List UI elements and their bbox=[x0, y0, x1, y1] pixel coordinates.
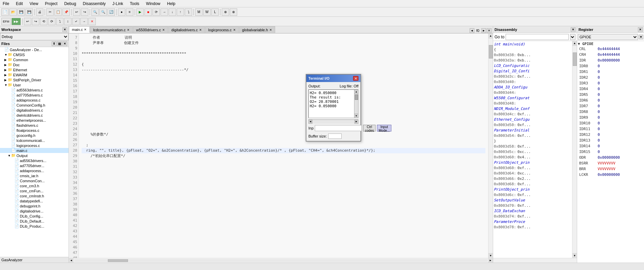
disasm-goto-select[interactable] bbox=[570, 34, 575, 40]
tree-item-flashdrivers[interactable]: 📄flashdrivers.c bbox=[0, 123, 69, 128]
dialog-output-area[interactable]: H2= 0.050000The result is:O2= 20.870001H… bbox=[308, 89, 358, 118]
menu-window[interactable]: Window bbox=[145, 1, 162, 7]
hscroll-right-btn[interactable]: ► bbox=[354, 120, 358, 124]
cut-btn[interactable]: ✂ bbox=[46, 8, 54, 16]
mem-btn[interactable]: M bbox=[195, 8, 203, 16]
step-over-btn[interactable]: → bbox=[161, 8, 168, 16]
menu-tools[interactable]: Tools bbox=[129, 1, 141, 7]
terminal-scroll-up[interactable]: ▲ bbox=[354, 90, 358, 94]
stop-debug-btn[interactable]: ✕ bbox=[88, 18, 96, 25]
menu-edit[interactable]: Edit bbox=[14, 1, 24, 7]
tree-item-user[interactable]: ▼📁User bbox=[0, 82, 69, 87]
reg-group-header-GPIOE[interactable]: ▼ GPIOE bbox=[578, 42, 643, 46]
next-stmt-btn[interactable]: ⤵ bbox=[185, 8, 192, 16]
menu-disassembly[interactable]: Disassembly bbox=[82, 1, 107, 7]
vscroll-up-btn[interactable]: ▲ bbox=[488, 34, 493, 38]
files-close-btn[interactable]: ✕ bbox=[62, 41, 67, 46]
tree-item-addao[interactable]: 📄addaprocess... bbox=[0, 168, 69, 173]
debug2-btn5[interactable]: ⤵ bbox=[56, 18, 63, 25]
debug-dropdown[interactable]: Debug bbox=[0, 33, 69, 40]
vscroll-down-btn[interactable]: ▼ bbox=[488, 253, 493, 258]
disasm-vscroll-up[interactable]: ▲ bbox=[572, 41, 577, 46]
input-mode-btn[interactable]: Input Mode... bbox=[377, 125, 391, 131]
tab-scroll-right[interactable]: ► bbox=[481, 28, 486, 33]
vscroll-thumb[interactable] bbox=[489, 45, 493, 59]
tree-item-corecm3h[interactable]: 📄core_cm3.h bbox=[0, 183, 69, 188]
tree-item-dwinlcd[interactable]: 📄dwinlcddrivers.c bbox=[0, 113, 69, 118]
disasm-vscroll-track[interactable] bbox=[572, 46, 577, 253]
debug2-btn2[interactable]: ↪ bbox=[32, 18, 39, 25]
disasm-hscroll[interactable] bbox=[493, 258, 577, 263]
files-filter-btn[interactable]: ▤ bbox=[57, 41, 62, 46]
tree-item-lcdcommuni[interactable]: 📄lcdcommunicati... bbox=[0, 138, 69, 143]
vscrollbar[interactable]: ▲ ▼ bbox=[488, 34, 493, 258]
tree-item-commonco[interactable]: 📄CommonCon... bbox=[0, 178, 69, 183]
hscroll-right-btn[interactable]: ► bbox=[488, 258, 493, 263]
tree-item-digitaliodrive[interactable]: 📄digitaliodrive... bbox=[0, 208, 69, 214]
ctrl-codes-btn[interactable]: Ctrl codes bbox=[363, 125, 376, 131]
disasm-vscroll-down[interactable]: ▼ bbox=[572, 253, 577, 258]
watch-btn[interactable]: W bbox=[203, 8, 211, 16]
bkpt-list-btn[interactable]: ≡ bbox=[126, 8, 133, 16]
tree-item-cmsis_o[interactable]: 📄cmsis_iar.h bbox=[0, 173, 69, 178]
open-btn[interactable]: 📂 bbox=[9, 8, 17, 16]
tree-item-common[interactable]: ▶📁Common bbox=[0, 57, 69, 62]
debug2-btn1[interactable]: ↩ bbox=[24, 18, 31, 25]
vscroll-track[interactable] bbox=[488, 38, 493, 253]
tree-item-gcoconfig[interactable]: 📄gcoconfig.h bbox=[0, 133, 69, 138]
menu-file[interactable]: File bbox=[1, 1, 10, 7]
tab-w5500drivers-c[interactable]: w5500drivers.c✕ bbox=[133, 26, 168, 33]
debug-start-btn[interactable]: ▶▶ bbox=[11, 18, 21, 25]
debug2-btn8[interactable]: → bbox=[80, 18, 88, 25]
tree-item-ewarm[interactable]: ▶📁EWARM bbox=[0, 72, 69, 77]
tree-item-dlibproduc[interactable]: 📄DLib_Produc... bbox=[0, 224, 69, 229]
find-next-btn[interactable]: 🔍 bbox=[99, 8, 107, 16]
extra-btn2[interactable]: ⊗ bbox=[230, 8, 237, 16]
hscrollbar[interactable]: ◄ ► bbox=[69, 258, 493, 263]
workspace-close-btn[interactable]: ✕ bbox=[62, 27, 67, 32]
paste-btn[interactable]: 📌 bbox=[62, 8, 70, 16]
tree-item-stdperiph[interactable]: ▶📁StdPeriph_Driver bbox=[0, 77, 69, 82]
tree-item-ad7705[interactable]: 📄ad7705drivers.c bbox=[0, 92, 69, 98]
tree-item-ad5563o[interactable]: 📄ad5563drivers... bbox=[0, 158, 69, 163]
debug2-btn4[interactable]: ⟳ bbox=[48, 18, 55, 25]
files-sort-btn[interactable]: ⬆ bbox=[52, 41, 56, 46]
dialog-hscroll[interactable]: ◄ ► bbox=[308, 119, 358, 123]
terminal-scroll-down[interactable]: ▼ bbox=[354, 114, 358, 118]
tree-item-ethernetprocess[interactable]: 📄ethernetprocess... bbox=[0, 118, 69, 123]
save-all-btn[interactable]: 💾 bbox=[26, 8, 33, 16]
hscroll-track[interactable] bbox=[74, 259, 487, 262]
reg-dropdown-btn[interactable]: ▼ bbox=[639, 35, 643, 39]
toggle-bkpt-btn[interactable]: ● bbox=[118, 8, 125, 16]
tree-item-gas[interactable]: 📄GasAnalyzer - De... bbox=[0, 47, 69, 52]
tree-item-logicprocess[interactable]: 📄logicprocess.c bbox=[0, 143, 69, 148]
disasm-goto-input[interactable] bbox=[506, 34, 569, 40]
disasm-close-btn[interactable]: ✕ bbox=[571, 27, 575, 32]
debug2-btn3[interactable]: ⟲ bbox=[40, 18, 47, 25]
tab-digitaliodrivers-c[interactable]: digitaliodrivers.c✕ bbox=[168, 26, 205, 33]
tree-item-corecminstr[interactable]: 📄core_cmInstr.h bbox=[0, 193, 69, 198]
register-close-btn[interactable]: ✕ bbox=[638, 27, 643, 32]
tab-scroll-left[interactable]: ◄ bbox=[470, 28, 474, 33]
tree-item-floatprocess[interactable]: 📄floatprocess.c bbox=[0, 128, 69, 133]
hscroll-left-btn[interactable]: ◄ bbox=[308, 120, 312, 124]
tree-item-datatypedefi[interactable]: 📄datatypedefi... bbox=[0, 198, 69, 203]
tree-item-dlibdefault[interactable]: 📄DLib_Default... bbox=[0, 219, 69, 224]
hscroll-thumb[interactable] bbox=[108, 259, 128, 262]
tree-item-ethernet[interactable]: ▶📁Ethernet bbox=[0, 67, 69, 72]
menu-help[interactable]: Help bbox=[166, 1, 177, 7]
extra-btn1[interactable]: ⊕ bbox=[222, 8, 229, 16]
locals-btn[interactable]: L bbox=[211, 8, 219, 16]
tree-item-ad7705o[interactable]: 📄ad7705driver... bbox=[0, 163, 69, 168]
menu-project[interactable]: Project bbox=[44, 1, 59, 7]
undo-btn[interactable]: ↩ bbox=[73, 8, 80, 16]
redo-btn[interactable]: ↪ bbox=[81, 8, 88, 16]
code-content[interactable]: 作者 说明 尹聿孝 创建文件**************************… bbox=[79, 34, 488, 258]
terminal-vscroll[interactable]: ▲ ▼ bbox=[354, 90, 358, 118]
print-btn[interactable]: 🖨 bbox=[36, 8, 43, 16]
tree-item-corecmfun[interactable]: 📄core_cmFun... bbox=[0, 188, 69, 193]
tree-item-addaprocess[interactable]: 📄addaprocess.c bbox=[0, 98, 69, 103]
tree-item-commonconfig[interactable]: 📄CommonConfig.h bbox=[0, 103, 69, 108]
tree-item-mainc[interactable]: 📄main.c bbox=[0, 148, 69, 153]
menu-jlink[interactable]: J-Link bbox=[111, 1, 125, 7]
